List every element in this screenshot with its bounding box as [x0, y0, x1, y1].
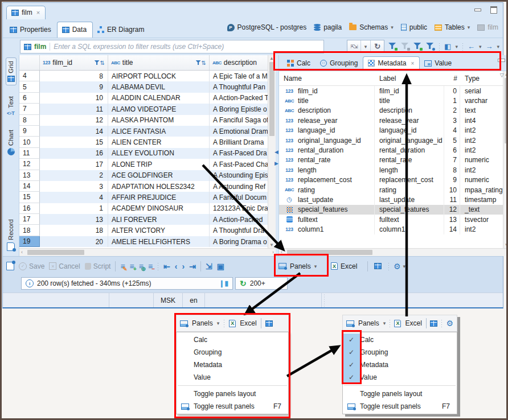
panel-tab-metadata[interactable]: Metadata×: [363, 56, 420, 71]
metadata-type[interactable]: numeric: [460, 175, 503, 185]
metadata-type[interactable]: int2: [460, 126, 503, 135]
metadata-ordinal[interactable]: 12: [444, 205, 460, 215]
panel-minimize-button[interactable]: [498, 59, 505, 62]
metadata-label[interactable]: title: [375, 96, 444, 105]
execution-time-icon[interactable]: ◧: [444, 43, 451, 50]
metadata-row[interactable]: ABCdescriptiondescription2text: [279, 106, 503, 116]
cell-film-id[interactable]: 11: [40, 104, 108, 114]
row-number[interactable]: 15: [19, 192, 40, 203]
cell-film-id[interactable]: 16: [40, 148, 108, 159]
metadata-type[interactable]: int2: [460, 224, 503, 234]
panels-label[interactable]: Panels: [192, 319, 213, 327]
metadata-type[interactable]: int2: [460, 145, 503, 155]
chevron-down-icon[interactable]: ▾: [468, 24, 470, 30]
metadata-label[interactable]: rental_rate: [375, 155, 444, 165]
add-row-icon[interactable]: ≡+: [130, 262, 134, 270]
breadcrumb-public[interactable]: public: [401, 23, 427, 31]
grid-config-icon[interactable]: [265, 320, 273, 327]
scroll-down-icon[interactable]: ▼: [269, 242, 274, 248]
metadata-name[interactable]: special_features: [279, 205, 375, 215]
metadata-label[interactable]: special_features: [375, 205, 444, 215]
close-icon[interactable]: ×: [411, 60, 414, 67]
metadata-type[interactable]: mpaa_rating: [460, 185, 503, 195]
menu-item-toggle-result-panels[interactable]: Toggle result panelsF7: [343, 400, 457, 413]
cell-description[interactable]: A Emotional Dram: [210, 126, 268, 137]
refresh-icon[interactable]: ↻: [371, 40, 384, 52]
row-number[interactable]: 8: [19, 115, 40, 126]
table-row[interactable]: 154AFFAIR PREJUDICEA Fanciful Docum: [19, 192, 268, 203]
table-row[interactable]: 161ACADEMY DINOSAUR123123A Epic Dra: [19, 203, 268, 214]
metadata-name[interactable]: 123replacement_cost: [279, 175, 375, 185]
cell-title[interactable]: ALADDIN CALENDAR: [108, 93, 210, 104]
cell-film-id[interactable]: 2: [40, 170, 108, 181]
menu-item-value[interactable]: ✓Value: [343, 371, 457, 384]
metadata-type[interactable]: int2: [460, 135, 503, 145]
filter-input[interactable]: film Enter a SQL expression to filter re…: [20, 40, 324, 53]
metadata-label[interactable]: column1: [375, 224, 444, 234]
cell-film-id[interactable]: 1: [40, 203, 108, 214]
metadata-type[interactable]: numeric: [460, 155, 503, 165]
table-row[interactable]: 812ALASKA PHANTOMA Fanciful Saga of: [19, 115, 268, 126]
row-number[interactable]: 12: [19, 159, 40, 170]
cell-film-id[interactable]: 20: [40, 236, 108, 247]
scroll-right-icon[interactable]: ›: [272, 249, 274, 255]
cell-description[interactable]: A Thoughtful Pan: [210, 81, 268, 92]
scroll-down-icon[interactable]: ▼: [505, 242, 508, 248]
filter-icon[interactable]: [196, 60, 201, 65]
excel-label[interactable]: Excel: [240, 319, 256, 327]
metadata-name[interactable]: 123release_year: [279, 116, 375, 125]
menu-item-grouping[interactable]: ✓Grouping: [343, 346, 457, 359]
cell-title[interactable]: ADAPTATION HOLES2342: [108, 181, 210, 192]
row-number[interactable]: 6: [19, 93, 40, 104]
row-number[interactable]: 4: [19, 71, 40, 81]
table-row[interactable]: 1116ALLEY EVOLUTIONA Fast-Paced Dra: [19, 148, 268, 159]
fetch-all-icon[interactable]: ▣: [217, 262, 224, 270]
cell-title[interactable]: ALI FOREVER: [108, 214, 210, 225]
metadata-name[interactable]: 123column1: [279, 224, 375, 234]
export-excel-button[interactable]: X Excel: [331, 262, 357, 270]
cell-film-id[interactable]: 17: [40, 159, 108, 170]
cell-title[interactable]: ALLEY EVOLUTION: [108, 148, 210, 159]
menu-item-metadata[interactable]: ✓Metadata: [343, 359, 457, 371]
table-row[interactable]: 132ACE GOLDFINGERA Astounding Epis: [19, 170, 268, 181]
metadata-ordinal[interactable]: 11: [444, 195, 460, 204]
cell-title[interactable]: ALONE TRIP: [108, 159, 210, 170]
cell-film-id[interactable]: 13: [40, 214, 108, 225]
metadata-row[interactable]: 123replacement_costreplacement_cost9nume…: [279, 175, 503, 185]
metadata-column-header-type[interactable]: Type: [460, 75, 503, 83]
metadata-label[interactable]: rating: [375, 185, 444, 195]
table-row[interactable]: 1217ALONE TRIPA Fast-Paced Cha: [19, 159, 268, 170]
tab-data[interactable]: Data: [57, 22, 93, 38]
panel-tab-value[interactable]: Value: [420, 57, 457, 71]
table-row[interactable]: 914ALICE FANTASIAA Emotional Dram: [19, 126, 268, 137]
metadata-type[interactable]: serial: [460, 86, 503, 96]
metadata-row[interactable]: 123lengthlength8int2: [279, 165, 503, 175]
table-row[interactable]: 1818ALTER VICTORYA Thoughtful Dra: [19, 225, 268, 236]
chevron-down-icon[interactable]: ▾: [455, 44, 458, 50]
metadata-ordinal[interactable]: 5: [444, 135, 460, 145]
cell-description[interactable]: A Fast-Paced Dra: [210, 148, 268, 159]
presentation-tab-chart[interactable]: Chart: [6, 127, 16, 158]
metadata-row[interactable]: 123rental_raterental_rate7numeric: [279, 155, 503, 165]
table-row[interactable]: 610ALADDIN CALENDARA Action-Packed T: [19, 93, 268, 104]
first-row-icon[interactable]: ⇤: [163, 262, 170, 270]
filter-settings-icon[interactable]: [426, 43, 435, 50]
scroll-left-icon[interactable]: ‹: [21, 249, 23, 255]
metadata-name[interactable]: ABCrating: [279, 185, 375, 195]
cell-film-id[interactable]: 4: [40, 192, 108, 203]
menu-item-toggle-panels-layout[interactable]: Toggle panels layout: [343, 388, 457, 400]
cell-title[interactable]: ACADEMY DINOSAUR: [108, 203, 210, 214]
metadata-row[interactable]: ◷last_updatelast_update11timestamp: [279, 195, 503, 204]
sort-icon[interactable]: ⇅: [100, 60, 105, 66]
grid-config-icon[interactable]: [430, 320, 437, 327]
metadata-row[interactable]: 123original_language_idoriginal_language…: [279, 135, 503, 145]
row-number[interactable]: 17: [19, 214, 40, 225]
metadata-type[interactable]: int2: [460, 165, 503, 175]
cell-title[interactable]: ALABAMA DEVIL: [108, 81, 210, 92]
row-number[interactable]: 7: [19, 104, 40, 114]
menu-item-metadata[interactable]: Metadata: [177, 359, 288, 371]
metadata-row[interactable]: 123language_idlanguage_id4int2: [279, 126, 503, 135]
metadata-label[interactable]: description: [375, 106, 444, 116]
cell-film-id[interactable]: 10: [40, 93, 108, 104]
row-number[interactable]: 16: [19, 203, 40, 214]
